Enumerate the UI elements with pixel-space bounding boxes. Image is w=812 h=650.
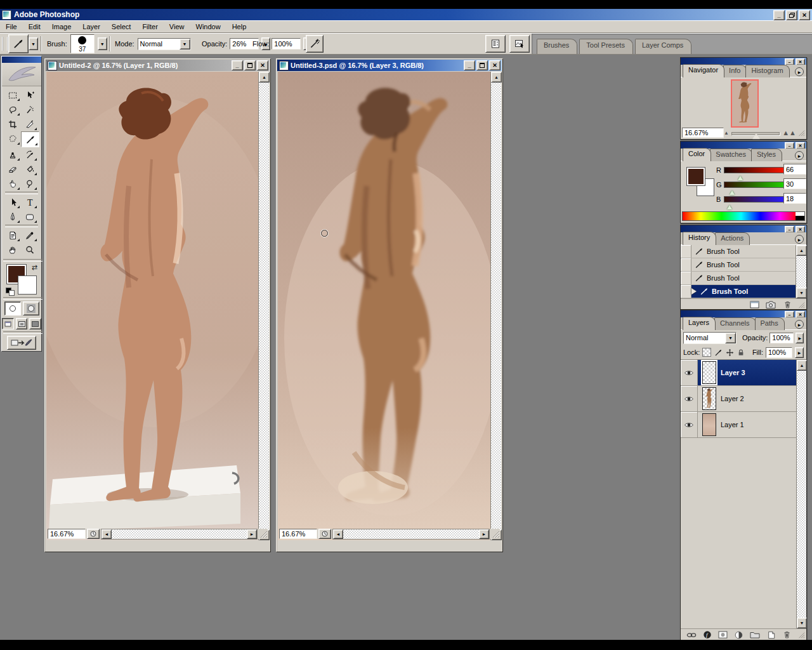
new-snapshot-icon[interactable]: [764, 300, 777, 309]
options-grip[interactable]: [2, 37, 8, 51]
navigator-zoom-field[interactable]: 16.67%: [682, 128, 724, 138]
visibility-eye-icon[interactable]: [681, 360, 698, 385]
layer3-thumbnail[interactable]: [702, 361, 716, 384]
tab-history[interactable]: History: [683, 232, 716, 245]
scroll-right-icon[interactable]: ►: [479, 529, 489, 539]
tab-swatches[interactable]: Swatches: [710, 149, 752, 161]
palette-menu-icon[interactable]: ▶: [795, 320, 804, 329]
type-tool[interactable]: T: [21, 195, 38, 209]
history-step[interactable]: Brush Tool: [681, 258, 806, 272]
history-scrollbar[interactable]: ▲ ▼: [796, 245, 806, 298]
tab-info[interactable]: Info: [723, 65, 747, 77]
layer-row-layer3[interactable]: Layer 3: [681, 360, 806, 386]
doc2-close-icon[interactable]: ✕: [489, 60, 501, 70]
menu-image[interactable]: Image: [46, 22, 77, 32]
rectangular-marquee-tool[interactable]: [4, 88, 21, 102]
tab-styles[interactable]: Styles: [751, 149, 782, 161]
brush-preview[interactable]: 37: [70, 34, 95, 53]
adjustment-layer-icon[interactable]: [734, 630, 744, 639]
close-icon[interactable]: ✕: [799, 10, 810, 20]
move-tool[interactable]: [21, 88, 38, 102]
fullscreen-button[interactable]: [29, 318, 41, 329]
scroll-left-icon[interactable]: ◄: [333, 529, 343, 539]
photoshop-feather-logo[interactable]: [2, 63, 41, 86]
current-tool-button[interactable]: [8, 34, 29, 53]
menu-layer[interactable]: Layer: [77, 22, 106, 32]
navigator-resize-grip[interactable]: [797, 129, 805, 136]
palette-menu-icon[interactable]: ▶: [795, 67, 804, 76]
healing-brush-tool[interactable]: [4, 131, 21, 146]
photo-canvas[interactable]: [46, 72, 259, 540]
doc1-status-menu-icon[interactable]: [87, 529, 100, 539]
green-value-field[interactable]: 30: [783, 178, 806, 189]
layer-row-layer1[interactable]: Layer 1: [681, 412, 806, 438]
scroll-up-icon[interactable]: ▲: [796, 245, 807, 256]
menu-filter[interactable]: Filter: [136, 22, 163, 32]
doc1-resize-grip[interactable]: [259, 529, 268, 538]
link-layers-icon[interactable]: [686, 630, 697, 639]
tab-navigator[interactable]: Navigator: [683, 64, 724, 77]
lock-paint-icon[interactable]: [714, 348, 723, 357]
file-browser-button[interactable]: [485, 35, 506, 53]
layers-scrollbar[interactable]: ▲ ▼: [796, 360, 806, 628]
history-resize-grip[interactable]: [797, 301, 805, 308]
tab-paths[interactable]: Paths: [755, 317, 785, 330]
doc1-titlebar[interactable]: Untitled-2 @ 16.7% (Layer 1, RGB/8) _ ✕: [46, 60, 270, 71]
magic-wand-tool[interactable]: [21, 102, 38, 117]
scroll-down-icon[interactable]: ▼: [797, 618, 807, 628]
shape-tool[interactable]: [21, 209, 38, 224]
doc2-maximize-icon[interactable]: [476, 60, 488, 70]
slice-tool[interactable]: [21, 117, 38, 131]
blend-mode-select[interactable]: Normal ▼: [683, 332, 737, 344]
brush-dropdown-icon[interactable]: ▼: [98, 37, 107, 50]
path-selection-tool[interactable]: [4, 195, 21, 209]
lock-position-icon[interactable]: [725, 348, 734, 357]
background-color-swatch[interactable]: [18, 276, 36, 294]
scroll-up-icon[interactable]: ▲: [259, 72, 270, 83]
red-value-field[interactable]: 66: [783, 164, 806, 175]
history-source-checkbox[interactable]: [681, 258, 691, 271]
add-layer-mask-icon[interactable]: [718, 630, 728, 639]
doc2-canvas-area[interactable]: ▲ ▼ 16.67% ◄ ►: [278, 72, 501, 540]
notes-tool[interactable]: [4, 228, 21, 242]
history-step[interactable]: Brush Tool: [681, 245, 806, 258]
history-source-checkbox[interactable]: [681, 272, 691, 284]
dodge-tool[interactable]: [21, 176, 38, 191]
layers-opacity-arrow-icon[interactable]: ▶: [796, 333, 804, 343]
blue-value-field[interactable]: 18: [783, 193, 806, 204]
doc2-titlebar[interactable]: Untitled-3.psd @ 16.7% (Layer 3, RGB/8) …: [277, 60, 502, 71]
menu-view[interactable]: View: [164, 22, 190, 32]
lock-transparency-icon[interactable]: [702, 348, 711, 357]
menu-select[interactable]: Select: [106, 22, 137, 32]
hand-tool[interactable]: [4, 242, 21, 257]
scroll-left-icon[interactable]: ◄: [102, 529, 112, 539]
layer-row-layer2[interactable]: Layer 2: [681, 386, 806, 412]
layers-fill-arrow-icon[interactable]: ▶: [795, 347, 804, 358]
scroll-down-icon[interactable]: ▼: [796, 288, 807, 298]
color-spectrum-ramp[interactable]: [682, 211, 805, 221]
edit-in-imageready-button[interactable]: [7, 336, 36, 350]
painting-canvas[interactable]: [278, 72, 491, 540]
tab-channels[interactable]: Channels: [714, 317, 756, 330]
tab-histogram[interactable]: Histogram: [745, 65, 789, 77]
green-slider[interactable]: [724, 182, 786, 188]
crop-tool[interactable]: [4, 117, 21, 131]
mode-select[interactable]: Normal ▼: [138, 38, 191, 50]
navigator-zoom-slider[interactable]: [731, 128, 780, 137]
doc2-zoom-field[interactable]: 16.67%: [279, 529, 317, 539]
delete-layer-trash-icon[interactable]: [782, 630, 792, 639]
new-group-folder-icon[interactable]: [749, 630, 761, 639]
doc2-minimize-icon[interactable]: _: [464, 60, 475, 70]
app-titlebar[interactable]: Adobe Photoshop _ ✕: [0, 9, 812, 20]
doc1-zoom-field[interactable]: 16.67%: [48, 529, 86, 539]
go-to-imageready-button[interactable]: [509, 35, 530, 53]
tool-preset-dropdown-icon[interactable]: ▼: [29, 37, 38, 50]
scroll-up-icon[interactable]: ▲: [797, 360, 807, 371]
layers-resize-grip[interactable]: [797, 631, 805, 639]
doc1-horizontal-scrollbar[interactable]: ◄ ►: [101, 529, 258, 540]
palette-menu-icon[interactable]: ▶: [795, 235, 804, 244]
well-tab-brushes[interactable]: Brushes: [537, 39, 577, 54]
blend-mode-dropdown-icon[interactable]: ▼: [725, 333, 736, 343]
doc2-vertical-scrollbar[interactable]: ▲ ▼: [490, 72, 501, 540]
menu-file[interactable]: File: [0, 22, 23, 32]
